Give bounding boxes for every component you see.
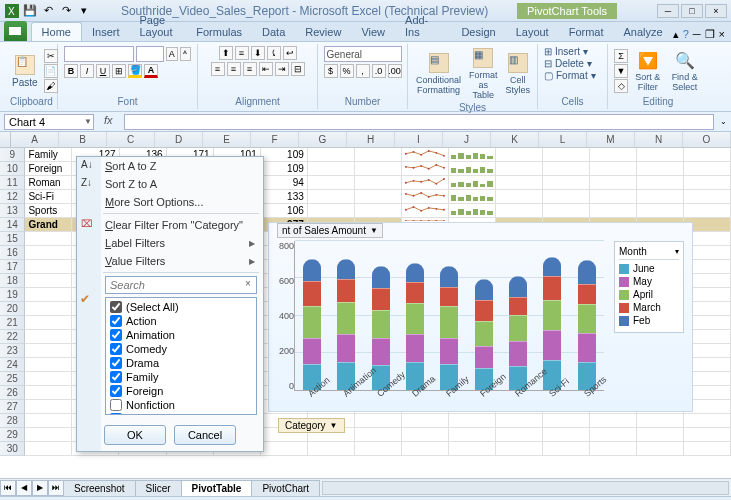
cell[interactable] — [543, 190, 590, 204]
underline-icon[interactable]: U — [96, 64, 110, 78]
filter-check-item[interactable]: Animation — [108, 328, 254, 342]
col-header[interactable]: I — [395, 132, 443, 147]
cell[interactable] — [496, 428, 543, 442]
row-header[interactable]: 16 — [0, 246, 25, 260]
border-icon[interactable]: ⊞ — [112, 64, 126, 78]
cell[interactable] — [543, 176, 590, 190]
redo-icon[interactable]: ↷ — [58, 3, 74, 19]
filter-checkbox[interactable] — [110, 329, 122, 341]
format-painter-icon[interactable]: 🖌 — [44, 79, 58, 93]
worksheet-grid[interactable]: ABCDEFGHIJKLMNO 9Family12713617110110910… — [0, 132, 731, 478]
row-header[interactable]: 14 — [0, 218, 25, 232]
cell[interactable] — [684, 442, 731, 456]
legend-item[interactable]: March — [619, 302, 679, 313]
row-header[interactable]: 18 — [0, 274, 25, 288]
filter-checkbox[interactable] — [110, 315, 122, 327]
row-header[interactable]: 10 — [0, 162, 25, 176]
dec-decimal-icon[interactable]: .00 — [388, 64, 402, 78]
col-header[interactable]: M — [587, 132, 635, 147]
label-filters-item[interactable]: Label Filters▶ — [77, 234, 263, 252]
row-header[interactable]: 28 — [0, 414, 25, 428]
name-box[interactable] — [4, 114, 94, 130]
formula-input[interactable] — [124, 114, 714, 130]
row-header[interactable]: 11 — [0, 176, 25, 190]
number-format-select[interactable] — [324, 46, 402, 62]
cell[interactable] — [684, 162, 731, 176]
cell[interactable] — [355, 176, 402, 190]
cell[interactable] — [308, 176, 355, 190]
legend-item[interactable]: May — [619, 276, 679, 287]
filter-checkbox[interactable] — [110, 413, 122, 415]
cell[interactable] — [25, 232, 72, 246]
workbook-minimize-icon[interactable]: ─ — [693, 28, 701, 41]
row-header[interactable]: 24 — [0, 358, 25, 372]
copy-icon[interactable]: 📄 — [44, 64, 58, 78]
cell[interactable] — [355, 190, 402, 204]
cell[interactable] — [496, 176, 543, 190]
close-button[interactable]: × — [705, 4, 727, 18]
next-sheet-icon[interactable]: ▶ — [32, 480, 48, 496]
col-header[interactable]: E — [203, 132, 251, 147]
minimize-ribbon-icon[interactable]: ▴ — [673, 28, 679, 41]
cell[interactable] — [402, 176, 449, 190]
cell[interactable] — [355, 442, 402, 456]
col-header[interactable]: B — [59, 132, 107, 147]
cell[interactable]: Foreign — [25, 162, 72, 176]
row-header[interactable]: 23 — [0, 344, 25, 358]
cell[interactable] — [355, 162, 402, 176]
cell[interactable] — [637, 148, 684, 162]
cell[interactable] — [496, 162, 543, 176]
cell[interactable] — [449, 428, 496, 442]
cell[interactable] — [402, 414, 449, 428]
filter-check-item[interactable]: Comedy — [108, 342, 254, 356]
cell[interactable] — [402, 162, 449, 176]
workbook-restore-icon[interactable]: ❐ — [705, 28, 715, 41]
currency-icon[interactable]: $ — [324, 64, 338, 78]
cell[interactable] — [402, 428, 449, 442]
row-header[interactable]: 30 — [0, 442, 25, 456]
more-sort-item[interactable]: More Sort Options... — [77, 193, 263, 211]
filter-check-item[interactable]: Family — [108, 370, 254, 384]
cell[interactable] — [25, 302, 72, 316]
undo-icon[interactable]: ↶ — [40, 3, 56, 19]
cell[interactable] — [543, 162, 590, 176]
cell[interactable] — [684, 414, 731, 428]
cell[interactable]: Sci-Fi — [25, 190, 72, 204]
tab-page-layout[interactable]: Page Layout — [129, 11, 186, 41]
cell[interactable] — [402, 442, 449, 456]
row-header[interactable]: 29 — [0, 428, 25, 442]
cell[interactable] — [402, 148, 449, 162]
maximize-button[interactable]: □ — [681, 4, 703, 18]
legend-header[interactable]: Month▾ — [619, 246, 679, 260]
cell[interactable] — [25, 358, 72, 372]
row-header[interactable]: 26 — [0, 386, 25, 400]
orientation-icon[interactable]: ⤹ — [267, 46, 281, 60]
cell[interactable] — [25, 344, 72, 358]
cell[interactable] — [308, 442, 355, 456]
cell[interactable] — [496, 148, 543, 162]
category-axis-dropdown[interactable]: Category▼ — [278, 418, 345, 433]
filter-checkbox[interactable] — [110, 371, 122, 383]
cell-styles-button[interactable]: ▥Cell Styles — [504, 51, 533, 97]
filter-search-input[interactable] — [105, 276, 257, 294]
cell[interactable] — [590, 442, 637, 456]
legend-item[interactable]: June — [619, 263, 679, 274]
cell[interactable] — [637, 190, 684, 204]
align-bottom-icon[interactable]: ⬇ — [251, 46, 265, 60]
indent-inc-icon[interactable]: ⇥ — [275, 62, 289, 76]
row-header[interactable]: 12 — [0, 190, 25, 204]
shrink-font-icon[interactable]: ᴬ — [180, 47, 192, 61]
value-filters-item[interactable]: Value Filters▶ — [77, 252, 263, 270]
tab-addins[interactable]: Add-Ins — [395, 11, 438, 41]
cell[interactable] — [590, 414, 637, 428]
cell[interactable]: Grand — [25, 218, 72, 232]
italic-icon[interactable]: I — [80, 64, 94, 78]
cell[interactable] — [25, 316, 72, 330]
cell[interactable] — [637, 204, 684, 218]
filter-check-item[interactable]: Foreign — [108, 384, 254, 398]
cell[interactable] — [25, 386, 72, 400]
cell[interactable] — [496, 204, 543, 218]
row-header[interactable]: 19 — [0, 288, 25, 302]
filter-checkbox[interactable] — [110, 399, 122, 411]
chart-bar[interactable] — [475, 279, 493, 390]
